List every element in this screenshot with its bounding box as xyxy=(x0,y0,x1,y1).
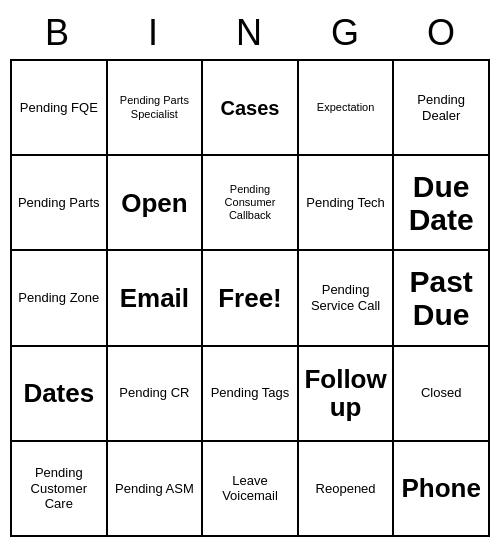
bingo-header: BINGO xyxy=(10,7,490,59)
bingo-cell: Dates xyxy=(12,347,108,442)
bingo-cell: Pending CR xyxy=(108,347,204,442)
bingo-cell: Pending ASM xyxy=(108,442,204,537)
bingo-cell: Pending Service Call xyxy=(299,251,395,346)
header-letter: I xyxy=(106,7,202,59)
bingo-row: Pending Customer CarePending ASMLeave Vo… xyxy=(12,442,490,537)
bingo-cell: Pending Customer Care xyxy=(12,442,108,537)
bingo-cell: Pending Consumer Callback xyxy=(203,156,299,251)
bingo-cell: Closed xyxy=(394,347,490,442)
bingo-cell: Cases xyxy=(203,61,299,156)
bingo-cell: Expectation xyxy=(299,61,395,156)
bingo-cell: Pending Dealer xyxy=(394,61,490,156)
bingo-row: Pending PartsOpenPending Consumer Callba… xyxy=(12,156,490,251)
bingo-cell: Phone xyxy=(394,442,490,537)
bingo-cell: Reopened xyxy=(299,442,395,537)
bingo-row: Pending FQEPending Parts SpecialistCases… xyxy=(12,61,490,156)
bingo-cell: Pending Zone xyxy=(12,251,108,346)
bingo-row: Pending ZoneEmailFree!Pending Service Ca… xyxy=(12,251,490,346)
bingo-cell: Pending FQE xyxy=(12,61,108,156)
bingo-cell: Due Date xyxy=(394,156,490,251)
bingo-cell: Open xyxy=(108,156,204,251)
bingo-cell: Past Due xyxy=(394,251,490,346)
bingo-row: DatesPending CRPending TagsFollow upClos… xyxy=(12,347,490,442)
bingo-grid: Pending FQEPending Parts SpecialistCases… xyxy=(10,59,490,537)
bingo-cell: Pending Parts Specialist xyxy=(108,61,204,156)
bingo-cell: Email xyxy=(108,251,204,346)
bingo-cell: Pending Parts xyxy=(12,156,108,251)
bingo-card: BINGO Pending FQEPending Parts Specialis… xyxy=(10,7,490,537)
header-letter: N xyxy=(202,7,298,59)
header-letter: B xyxy=(10,7,106,59)
bingo-cell: Pending Tech xyxy=(299,156,395,251)
bingo-cell: Follow up xyxy=(299,347,395,442)
bingo-cell: Leave Voicemail xyxy=(203,442,299,537)
bingo-cell: Pending Tags xyxy=(203,347,299,442)
header-letter: O xyxy=(394,7,490,59)
bingo-cell: Free! xyxy=(203,251,299,346)
header-letter: G xyxy=(298,7,394,59)
